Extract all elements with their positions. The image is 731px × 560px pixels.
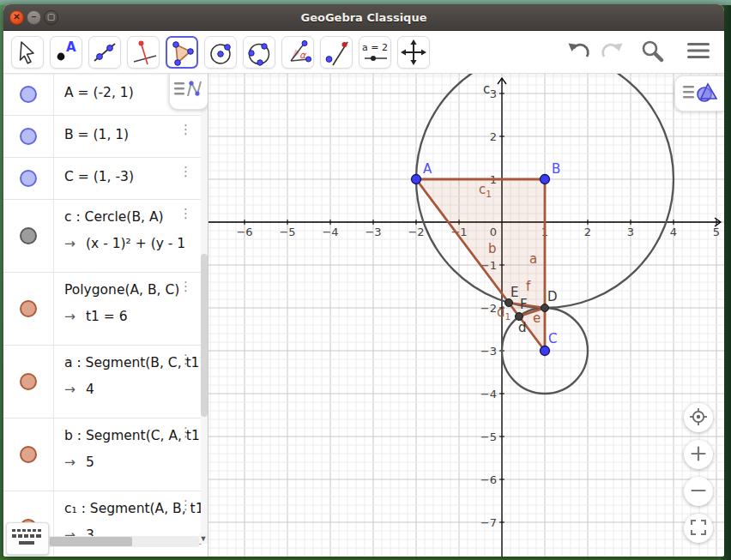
tool-move-button[interactable] [11, 36, 44, 69]
x-tick-label: −6 [236, 226, 252, 238]
value-text: t1 = 6 [86, 309, 128, 324]
graphics-canvas[interactable]: −6−5−4−3−2−112345321−1−2−3−4−5−6−70cABc1… [208, 74, 724, 557]
close-window-button[interactable]: ✕ [9, 10, 24, 25]
algebra-row-4[interactable]: Polygone(A, B, C)→t1 = 6⋮ [3, 273, 208, 346]
fullscreen-icon [690, 519, 707, 539]
standard-view-button[interactable] [684, 403, 713, 432]
undo-button[interactable] [566, 41, 590, 63]
visibility-toggle-point-blue-icon[interactable] [20, 86, 37, 103]
algebra-row-6[interactable]: b : Segment(C, A, t1)→5⋮ [3, 418, 208, 491]
algebra-row-5[interactable]: a : Segment(B, C, t1)→4⋮ [3, 346, 208, 418]
visibility-toggle-poly-orange-icon[interactable] [20, 446, 37, 463]
titlebar[interactable]: ✕–▢ GeoGebra Classique [3, 4, 724, 31]
tool-polygon-button[interactable] [166, 36, 198, 69]
polygon-icon [167, 38, 196, 67]
label-a: a [529, 251, 537, 267]
value-line: →4 [64, 382, 208, 397]
algebra-view: A = (-2, 1) B = (1, 1)⋮ C = (1, -3)⋮ c :… [3, 74, 208, 557]
maximize-window-button[interactable]: ▢ [44, 10, 58, 25]
kebab-icon: ⋮ [179, 352, 192, 366]
tool-point-button[interactable]: A [50, 36, 82, 69]
y-tick-label: −5 [480, 431, 497, 443]
algebra-horizontal-scrollbar[interactable]: ▶ [48, 536, 199, 547]
tool-circle-center-point-button[interactable] [204, 36, 237, 69]
plus-icon [690, 445, 707, 465]
algebra-row-1[interactable]: B = (1, 1)⋮ [3, 116, 208, 158]
geogebra-window: ✕–▢ GeoGebra Classique Aαa = 2 A = (-2, … [3, 4, 724, 557]
row-menu-button[interactable]: ⋮ [178, 163, 194, 179]
x-tick-label: −3 [365, 226, 381, 238]
algebra-vertical-scrollbar[interactable] [201, 74, 208, 544]
kebab-icon: ⋮ [179, 164, 192, 178]
algebra-row-2[interactable]: C = (1, -3)⋮ [3, 158, 208, 200]
minus-icon [690, 482, 707, 502]
point-C[interactable] [541, 346, 550, 356]
search-button[interactable] [640, 41, 664, 63]
point-B[interactable] [541, 175, 550, 184]
visibility-toggle-circle-gray-icon[interactable] [20, 227, 37, 244]
tool-perpendicular-line-button[interactable] [127, 36, 160, 69]
label-E: E [510, 285, 518, 300]
kebab-icon: ⋮ [179, 425, 192, 439]
slider-icon: a = 2 [360, 38, 390, 67]
tool-reflection-button[interactable] [320, 36, 353, 69]
algebra-row-3[interactable]: c : Cercle(B, A)→(x - 1)² + (y - 1⋮ [3, 200, 208, 273]
visibility-toggle-point-blue-icon[interactable] [20, 170, 37, 187]
label-b: b [488, 241, 497, 256]
visibility-toggle-point-blue-icon[interactable] [20, 128, 37, 145]
graphics-style-button[interactable] [674, 75, 724, 111]
minimize-window-button[interactable]: – [27, 10, 41, 25]
label-F: F [520, 297, 528, 312]
fullscreen-button[interactable] [684, 514, 713, 543]
horizontal-scroll-thumb[interactable] [50, 537, 132, 546]
visibility-column [3, 74, 53, 115]
tool-move-graphics-view-button[interactable] [397, 36, 430, 69]
y-tick-label: −3 [480, 345, 497, 358]
visibility-toggle-poly-orange-icon[interactable] [20, 373, 37, 390]
output-arrow-icon: → [64, 309, 76, 324]
row-menu-button[interactable]: ⋮ [178, 351, 194, 367]
value-line: →(x - 1)² + (y - 1 [64, 236, 208, 251]
label-B: B [552, 161, 560, 177]
x-tick-label: 3 [627, 226, 634, 238]
graphics-view[interactable]: −6−5−4−3−2−112345321−1−2−3−4−5−6−70cABc1… [208, 74, 724, 557]
y-tick-label: −4 [480, 388, 497, 400]
algebra-rows: A = (-2, 1) B = (1, 1)⋮ C = (1, -3)⋮ c :… [3, 74, 208, 557]
menu-icon [686, 40, 710, 63]
tool-slider-button[interactable]: a = 2 [359, 36, 391, 69]
row-menu-button[interactable]: ⋮ [178, 497, 194, 513]
label-A: A [423, 161, 432, 177]
tool-line-button[interactable] [88, 36, 121, 69]
tool-angle-button[interactable]: α [281, 36, 314, 69]
point-D[interactable] [541, 304, 549, 312]
point-icon: A [51, 38, 81, 67]
tool-conic-five-points-button[interactable] [243, 36, 275, 69]
row-menu-button[interactable]: ⋮ [178, 205, 194, 221]
main-menu-button[interactable] [686, 41, 710, 63]
output-arrow-icon: → [64, 455, 76, 470]
row-menu-button[interactable]: ⋮ [178, 424, 194, 440]
virtual-keyboard-button[interactable] [6, 522, 49, 555]
graphics-style-icon [681, 81, 719, 107]
row-menu-button[interactable]: ⋮ [178, 121, 194, 137]
search-icon [640, 39, 664, 65]
label-d1: d1 [497, 304, 510, 322]
visibility-column [3, 418, 53, 491]
move-graphics-icon [399, 38, 428, 67]
point-A[interactable] [412, 175, 421, 184]
main-content: A = (-2, 1) B = (1, 1)⋮ C = (1, -3)⋮ c :… [3, 74, 724, 557]
graph-svg[interactable]: −6−5−4−3−2−112345321−1−2−3−4−5−6−70cABc1… [208, 74, 724, 557]
scroll-down-arrow[interactable]: ▼ [199, 533, 208, 544]
algebra-style-button[interactable] [169, 74, 208, 110]
redo-button[interactable] [601, 41, 625, 63]
visibility-column [3, 158, 53, 199]
label-e: e [533, 310, 541, 326]
vertical-scroll-thumb[interactable] [201, 254, 208, 417]
x-tick-label: −5 [279, 226, 295, 238]
redo-icon [601, 39, 625, 64]
row-menu-button[interactable]: ⋮ [178, 278, 194, 294]
zoom-out-button[interactable] [684, 477, 713, 506]
zoom-in-button[interactable] [684, 440, 713, 469]
visibility-toggle-poly-orange-icon[interactable] [20, 300, 37, 317]
kebab-icon: ⋮ [179, 122, 192, 136]
